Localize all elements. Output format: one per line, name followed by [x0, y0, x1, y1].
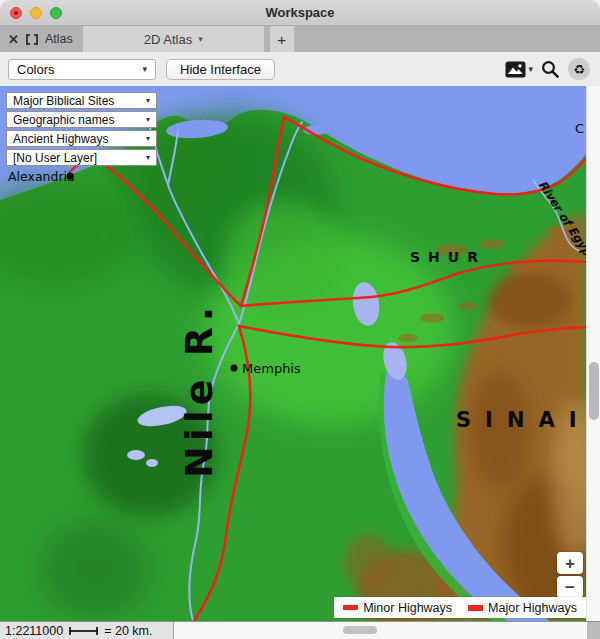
- expand-icon[interactable]: [26, 34, 38, 45]
- close-window-button[interactable]: [10, 7, 22, 19]
- layer-dropdown-value: Ancient Highways: [13, 132, 108, 146]
- layer-dropdown-value: [No User Layer]: [13, 151, 97, 165]
- minor-highway-label: Minor Highways: [363, 601, 452, 615]
- new-tab-button[interactable]: +: [270, 26, 294, 52]
- vertical-scrollbar-thumb[interactable]: [589, 362, 599, 420]
- layer-dropdown-user-layer[interactable]: [No User Layer] ▾: [6, 149, 157, 166]
- southwest-ridge: [40, 520, 150, 620]
- chevron-down-icon: ▾: [142, 64, 147, 74]
- toolbar: Colors ▾ Hide Interface ▾ ♻: [0, 52, 600, 86]
- search-icon[interactable]: [541, 60, 560, 79]
- alexandria-label: Alexandria: [8, 169, 75, 184]
- legend-item-minor: Minor Highways: [343, 601, 452, 615]
- minimize-window-button[interactable]: [30, 7, 42, 19]
- chevron-down-icon: ▾: [146, 153, 150, 162]
- app-window: Workspace ✕ Atlas 2D Atlas ▾ + Colors ▾ …: [0, 0, 600, 639]
- scale-status: 1:2211000 = 20 km.: [0, 622, 174, 639]
- edge-partial-label: C: [575, 121, 584, 136]
- sinai-label: SINAI: [456, 408, 586, 432]
- snapshot-button[interactable]: ▾: [505, 61, 533, 78]
- nile-river-label: Nile R.: [177, 302, 221, 478]
- colors-dropdown-value: Colors: [17, 62, 55, 77]
- tab-strip-controls: ✕ Atlas: [0, 26, 83, 52]
- zoom-in-button[interactable]: +: [557, 552, 583, 574]
- layer-dropdowns: Major Biblical Sites ▾ Geographic names …: [6, 92, 157, 166]
- vertical-scrollbar[interactable]: [586, 86, 600, 621]
- map-zoom-controls: + −: [557, 552, 583, 598]
- chevron-down-icon: ▾: [146, 134, 150, 143]
- photo-icon: [505, 61, 526, 78]
- toolbar-icons: ▾ ♻: [505, 58, 590, 80]
- horizontal-scrollbar-thumb[interactable]: [343, 626, 377, 634]
- traffic-lights: [10, 7, 62, 19]
- zoom-window-button[interactable]: [50, 7, 62, 19]
- scrollbar-corner: [587, 622, 600, 639]
- scale-ratio: 1:2211000: [5, 624, 63, 638]
- fayum-pond: [127, 450, 145, 460]
- colors-dropdown[interactable]: Colors ▾: [8, 59, 156, 80]
- chevron-down-icon: ▾: [198, 34, 203, 44]
- chevron-down-icon: ▾: [528, 64, 533, 74]
- bright-green-plain-2: [225, 200, 345, 310]
- major-highway-swatch: [468, 605, 483, 611]
- minor-highway-swatch: [343, 605, 358, 610]
- layer-dropdown-major-biblical-sites[interactable]: Major Biblical Sites ▾: [6, 92, 157, 109]
- chevron-down-icon: ▾: [146, 96, 150, 105]
- major-highway-label: Major Highways: [488, 601, 577, 615]
- fayum-pond-2: [146, 459, 158, 467]
- chevron-down-icon: ▾: [146, 115, 150, 124]
- shur-label: SHUR: [410, 249, 486, 265]
- legend-item-major: Major Highways: [468, 601, 577, 615]
- highway-legend: Minor Highways Major Highways: [334, 597, 586, 618]
- memphis-marker[interactable]: [231, 365, 238, 372]
- layer-dropdown-ancient-highways[interactable]: Ancient Highways ▾: [6, 130, 157, 147]
- layer-dropdown-value: Geographic names: [13, 113, 114, 127]
- layer-dropdown-value: Major Biblical Sites: [13, 94, 114, 108]
- map-area: Alexandria Memphis Nile R. SHUR SINAI Ri…: [0, 86, 600, 621]
- bottom-bar: 1:2211000 = 20 km.: [0, 621, 600, 639]
- title-bar: Workspace: [0, 0, 600, 26]
- gulf-west-mountains-2: [344, 534, 392, 590]
- window-title: Workspace: [0, 5, 600, 20]
- memphis-label: Memphis: [242, 361, 301, 376]
- recycle-icon: ♻: [573, 62, 585, 77]
- zoom-out-button[interactable]: −: [557, 576, 583, 598]
- recycle-refresh-button[interactable]: ♻: [568, 58, 590, 80]
- hide-interface-button[interactable]: Hide Interface: [166, 59, 275, 80]
- tab-2d-atlas[interactable]: 2D Atlas ▾: [83, 26, 264, 52]
- map-canvas[interactable]: Alexandria Memphis Nile R. SHUR SINAI Ri…: [0, 86, 586, 621]
- scale-distance: = 20 km.: [104, 624, 152, 638]
- atlas-label: Atlas: [45, 32, 73, 46]
- tab-2d-atlas-label: 2D Atlas: [144, 32, 192, 47]
- close-tab-icon[interactable]: ✕: [8, 33, 19, 46]
- horizontal-scrollbar[interactable]: [174, 622, 587, 639]
- sinai-hills: [488, 272, 572, 328]
- tab-strip: ✕ Atlas 2D Atlas ▾ +: [0, 26, 600, 52]
- scale-bar-icon: [69, 626, 98, 636]
- layer-dropdown-geographic-names[interactable]: Geographic names ▾: [6, 111, 157, 128]
